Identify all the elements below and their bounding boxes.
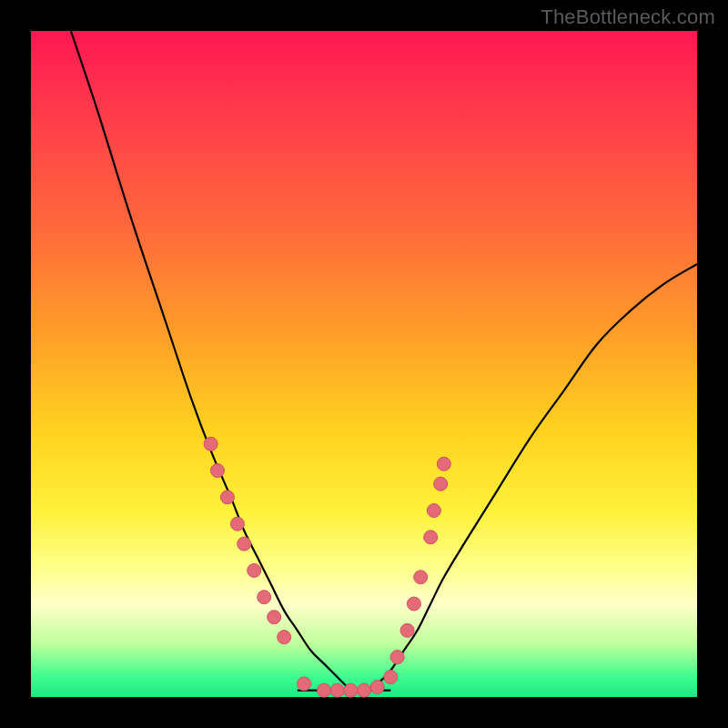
- data-marker: [230, 517, 244, 531]
- data-marker: [210, 464, 224, 478]
- curve-paths: [71, 31, 697, 691]
- data-marker: [424, 531, 438, 544]
- data-marker: [238, 537, 251, 551]
- data-marker: [258, 591, 271, 604]
- data-marker: [220, 490, 234, 504]
- data-marker: [434, 477, 448, 490]
- data-marker: [268, 611, 281, 624]
- data-marker: [427, 504, 440, 518]
- data-marker: [390, 651, 404, 664]
- data-marker: [370, 681, 384, 694]
- data-marker: [298, 677, 311, 691]
- bottleneck-curve: [31, 31, 697, 697]
- data-marker: [344, 683, 358, 697]
- data-marker: [358, 683, 371, 697]
- plot-area: [31, 31, 697, 697]
- data-marker: [400, 623, 414, 637]
- data-marker: [330, 683, 344, 697]
- curve-left: [71, 31, 350, 691]
- data-marker: [414, 571, 428, 584]
- data-marker: [248, 563, 261, 577]
- chart-frame: TheBottleneck.com: [0, 0, 728, 728]
- data-marker: [204, 437, 217, 450]
- data-marker: [384, 671, 398, 684]
- data-marker: [278, 631, 291, 644]
- data-marker: [318, 683, 331, 697]
- data-marker: [407, 597, 420, 611]
- data-markers: [204, 437, 450, 697]
- data-marker: [437, 457, 450, 470]
- watermark-text: TheBottleneck.com: [541, 5, 715, 29]
